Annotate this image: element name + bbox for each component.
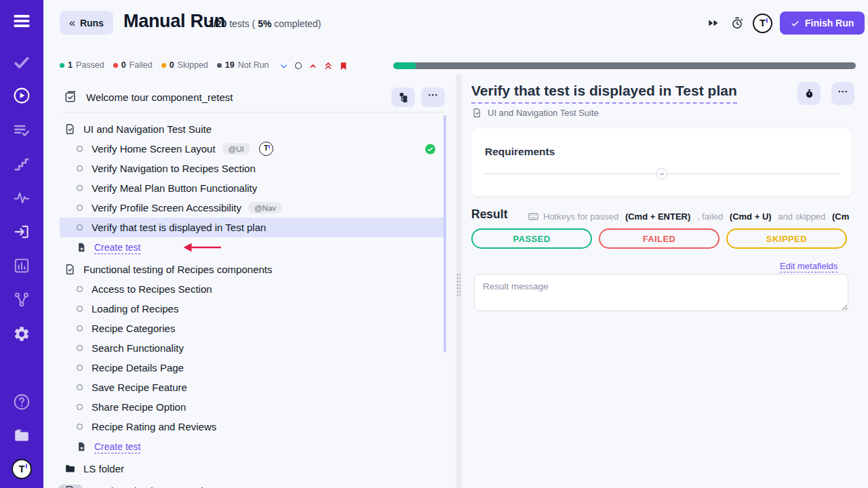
tree-suite-row[interactable]: Functional testing of Recipes components <box>60 260 445 279</box>
result-message-input[interactable] <box>474 274 848 311</box>
test-label: Recipe Rating and Reviews <box>92 421 216 432</box>
testomat-logo[interactable]: T <box>12 459 32 479</box>
bookmark-icon[interactable] <box>339 61 348 71</box>
status-dot-icon <box>60 63 64 68</box>
test-circle-icon <box>77 146 83 152</box>
test-tree: UI and Navigation Test SuiteVerify Home … <box>60 117 445 488</box>
result-skipped-button[interactable]: SKIPPED <box>726 228 847 249</box>
result-passed-button[interactable]: PASSED <box>471 228 592 249</box>
chevron-down-icon <box>658 171 665 177</box>
test-circle-icon <box>77 286 83 292</box>
suite-label: UI and Navigation Test Suite <box>83 485 212 488</box>
sidebar-item-menu[interactable] <box>13 12 31 30</box>
hotkey-text: Hotkeys for passed <box>543 211 621 222</box>
tree-test-row[interactable]: Verify Navigation to Recipes Section <box>60 159 445 178</box>
test-suite-label: UI and Navigation Test Suite <box>488 108 599 118</box>
finish-run-label: Finish Run <box>805 18 854 28</box>
checklist-icon <box>64 90 77 104</box>
test-label: Access to Recipes Section <box>92 283 212 295</box>
create-test-link[interactable]: Create test <box>94 242 140 253</box>
tree-test-row[interactable]: Recipe Categories <box>60 319 445 338</box>
finish-run-button[interactable]: Finish Run <box>780 12 865 35</box>
run-progress-bar <box>393 62 856 69</box>
tree-test-row[interactable]: Search Functionality <box>60 338 445 358</box>
test-circle-icon <box>77 404 83 410</box>
requirements-expand-button[interactable] <box>656 168 667 180</box>
result-title: Result <box>471 207 507 222</box>
test-circle-icon <box>77 345 83 351</box>
tree-view-button[interactable] <box>391 87 415 107</box>
timer-button[interactable] <box>729 15 745 31</box>
back-to-runs-button[interactable]: « Runs <box>60 11 113 35</box>
tree-folder-row[interactable]: LS folder <box>60 459 445 479</box>
hotkey-text: , failed <box>694 211 726 222</box>
create-test-link[interactable]: Create test <box>94 441 140 452</box>
sidebar-item-help[interactable] <box>13 393 31 411</box>
test-tag-badge: @Nav <box>248 202 282 214</box>
stat-skipped: 0Skipped <box>161 60 208 70</box>
requirements-card: Requirements <box>471 128 852 197</box>
fast-forward-button[interactable] <box>705 15 722 31</box>
sidebar-item-folder[interactable] <box>13 427 31 445</box>
stopwatch-icon <box>804 89 814 99</box>
tree-test-row[interactable]: Verify Meal Plan Button Functionality <box>60 178 445 198</box>
fast-forward-icon <box>707 16 720 30</box>
stat-failed: 0Failed <box>113 60 153 70</box>
sidebar-item-steps[interactable] <box>13 155 31 173</box>
tests-end: completed) <box>271 18 321 29</box>
test-circle-icon <box>77 165 83 171</box>
tree-test-row[interactable]: Verify Profile Screen Accessibility@Nav <box>60 198 445 218</box>
test-title[interactable]: Verify that test is displayed in Test pl… <box>471 83 737 104</box>
sidebar-item-play-circle[interactable] <box>13 87 31 104</box>
test-circle-icon <box>77 185 83 191</box>
test-label: Verify Home Screen Layout <box>92 143 216 155</box>
tree-suite-row[interactable]: 0.0UI and Navigation Test Suite <box>60 481 445 488</box>
tree-test-row[interactable]: Share Recipe Option <box>60 397 445 417</box>
tree-test-row[interactable]: Recipe Rating and Reviews <box>60 417 445 436</box>
drag-handle-icon <box>456 273 461 298</box>
edit-metafields-link[interactable]: Edit metafields <box>780 261 837 271</box>
result-failed-button[interactable]: FAILED <box>599 228 719 249</box>
tree-test-row[interactable]: Recipe Details Page <box>60 358 445 378</box>
tree-more-button[interactable]: ⋯ <box>421 87 445 107</box>
circle-icon[interactable] <box>294 62 302 70</box>
status-filter-icons <box>279 60 348 71</box>
tree-test-row[interactable]: Verify Home Screen Layout@UIT <box>60 139 445 159</box>
sidebar-item-bar-chart[interactable] <box>13 257 31 274</box>
sidebar-item-activity[interactable] <box>13 189 31 207</box>
test-circle-icon <box>77 365 83 371</box>
tree-create-row[interactable]: Create test <box>60 237 445 257</box>
tree-scrollbar[interactable] <box>443 115 446 352</box>
red-arrow-annotation <box>181 242 223 253</box>
test-circle-icon <box>77 424 83 430</box>
test-actions: ⋯ <box>797 82 854 105</box>
timer-icon <box>730 16 744 30</box>
tree-test-row[interactable]: Save Recipe Feature <box>60 378 445 397</box>
panel-resize-gutter[interactable] <box>456 75 462 488</box>
sidebar-item-list-check[interactable] <box>13 121 31 139</box>
chevron-down-icon[interactable] <box>279 62 288 70</box>
test-label: Recipe Categories <box>92 323 175 334</box>
tree-test-row[interactable]: Access to Recipes Section <box>60 279 445 299</box>
testomat-logo[interactable]: T <box>753 14 772 33</box>
test-circle-icon <box>77 325 83 331</box>
stopwatch-button[interactable] <box>797 82 821 105</box>
sidebar-item-check[interactable] <box>13 54 31 71</box>
tree-suite-row[interactable]: UI and Navigation Test Suite <box>60 119 445 139</box>
test-circle-icon <box>77 205 83 211</box>
tree-create-row[interactable]: Create test <box>60 436 445 456</box>
hotkey-text: (Cmd + U) <box>730 211 772 222</box>
test-more-button[interactable]: ⋯ <box>831 82 854 105</box>
stat-passed: 1Passed <box>60 60 104 70</box>
tree-test-row[interactable]: Verify that test is displayed in Test pl… <box>60 218 445 237</box>
app-screen: T « Runs Manual Run 1/20 tests ( 5% comp… <box>0 0 868 488</box>
test-label: Share Recipe Option <box>92 401 186 413</box>
chevrons-up-icon[interactable] <box>323 61 333 70</box>
tree-test-row[interactable]: Loading of Recipes <box>60 299 445 319</box>
chevron-up-icon[interactable] <box>309 62 317 70</box>
sidebar-item-settings[interactable] <box>13 325 31 343</box>
test-label: Search Functionality <box>92 342 184 354</box>
sidebar-item-log-in[interactable] <box>13 223 31 241</box>
hotkey-text: (Cmd + ENTER) <box>625 211 690 222</box>
sidebar-item-branch[interactable] <box>13 291 31 308</box>
